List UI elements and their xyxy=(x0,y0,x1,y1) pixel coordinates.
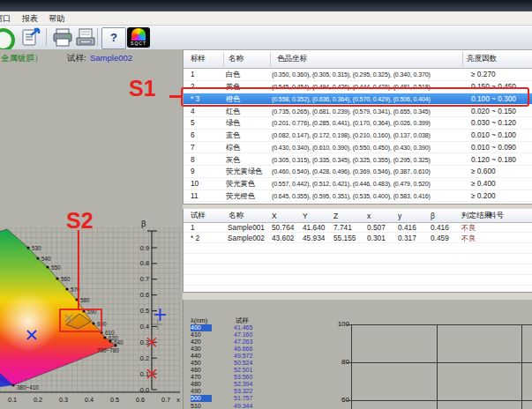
spectral-row[interactable]: 41047.160 xyxy=(184,331,281,338)
col-X[interactable]: X xyxy=(272,212,277,220)
svg-text:530: 530 xyxy=(32,245,41,251)
standard-row[interactable]: 10荧光黄色(0.557, 0.442), (0.512, 0.421), (0… xyxy=(184,178,532,190)
sample-X: 43.602 xyxy=(272,234,294,242)
col-Z[interactable]: Z xyxy=(333,212,338,220)
report-export-icon[interactable] xyxy=(19,27,42,48)
col-luminance[interactable]: 亮度因数 xyxy=(467,54,497,64)
annotation-s2-label: S2 xyxy=(66,212,94,233)
cie-x-tick-labels: 0.1 0.2 0.3 0.4 0.5 0.6 0.7 x xyxy=(8,396,180,404)
standard-row[interactable]: 9荧光黄绿色(0.460, 0.540), (0.428, 0.496), (0… xyxy=(184,166,532,178)
standard-row[interactable]: 4红色(0.735, 0.265), (0.681, 0.239), (0.57… xyxy=(184,105,532,117)
standard-name: 棕色 xyxy=(226,142,241,152)
spectral-row[interactable]: 46052.501 xyxy=(184,367,281,374)
standards-table-body: 1白色(0.350, 0.360), (0.305, 0.315), (0.29… xyxy=(184,69,532,202)
samples-table: 试样 名称 X Y Z x y β 判定结果 料号 1Sample00150.7… xyxy=(183,209,532,292)
standard-coords: (0.545, 0.454), (0.494, 0.426), (0.444, … xyxy=(272,84,431,90)
standard-name: 黄色 xyxy=(226,82,241,92)
svg-text:0.5: 0.5 xyxy=(110,396,119,404)
col-name[interactable]: 名称 xyxy=(229,211,244,221)
col-Y[interactable]: Y xyxy=(303,212,308,220)
spectral-value: 53.322 xyxy=(234,388,252,395)
standard-id: 6 xyxy=(191,130,195,139)
standard-id: 4 xyxy=(191,107,195,115)
spectral-row[interactable]: 48052.394 xyxy=(184,381,281,388)
col-sample-id[interactable]: 试样 xyxy=(191,211,206,221)
col-judgement[interactable]: 判定结果 xyxy=(461,211,491,221)
spectral-row[interactable]: 42047.263 xyxy=(184,338,281,346)
cie-chromaticity-diagram: 530 540 550 560 570 580 590 600 610 620 … xyxy=(0,212,183,409)
print-icon[interactable] xyxy=(51,27,74,48)
col-name[interactable]: 名称 xyxy=(229,54,244,64)
standard-row[interactable]: 6蓝色(0.082, 0.147), (0.172, 0.198), (0.21… xyxy=(184,130,532,142)
standard-id: * 3 xyxy=(191,94,199,103)
spectral-wavelength: 480 xyxy=(191,381,212,388)
sample-id: 1 xyxy=(191,223,195,232)
standard-id: 9 xyxy=(191,167,195,175)
col-standard-id[interactable]: 标样 xyxy=(191,54,206,64)
standard-name: 橙色 xyxy=(226,93,241,103)
standard-id: 5 xyxy=(191,118,195,127)
application-window: 窗口 报表 帮助 ? SQCT xyxy=(0,0,532,409)
standard-row[interactable]: 2黄色(0.545, 0.454), (0.494, 0.426), (0.44… xyxy=(184,81,532,93)
menu-report[interactable]: 报表 xyxy=(19,13,41,25)
coating-type-label: 金属镀膜） xyxy=(1,53,43,64)
sqct-app-icon[interactable]: SQCT xyxy=(127,27,150,48)
chart-gridline xyxy=(351,362,532,363)
chart-y-axis xyxy=(351,324,352,409)
col-y[interactable]: y xyxy=(398,212,401,220)
spectral-row[interactable]: 40041.465 xyxy=(184,324,281,331)
spectral-value: 53.560 xyxy=(234,374,252,381)
standard-luminance-range: ≥ 0.600 xyxy=(471,167,496,175)
sample-row[interactable]: * 2Sample00243.60245.93455.1550.3010.317… xyxy=(184,233,532,243)
sample-y: 0.317 xyxy=(398,234,416,242)
standard-luminance-range: 0.100 ~ 0.300 xyxy=(471,94,516,103)
spectral-row[interactable]: 51049.344 xyxy=(184,403,281,409)
svg-text:0.0: 0.0 xyxy=(140,386,149,394)
spectral-row[interactable]: 47053.560 xyxy=(184,374,281,381)
spectral-value: 49.572 xyxy=(234,353,252,360)
spectral-panel: λ(nm) 试样 40041.46541047.16042047.2634304… xyxy=(183,300,532,409)
samples-table-body: 1Sample00150.76441.6407.7410.5070.4160.4… xyxy=(184,222,532,291)
col-part-no[interactable]: 料号 xyxy=(489,211,504,221)
svg-text:0.4: 0.4 xyxy=(140,323,149,331)
spectral-value: 52.394 xyxy=(234,381,252,388)
standard-row[interactable]: 1白色(0.350, 0.360), (0.305, 0.315), (0.29… xyxy=(184,69,532,81)
help-button[interactable]: ? xyxy=(101,27,126,49)
svg-text:0.6: 0.6 xyxy=(140,291,149,299)
spectral-row[interactable]: 49053.322 xyxy=(184,388,281,395)
print-preview-icon[interactable] xyxy=(74,27,97,48)
svg-text:0.1: 0.1 xyxy=(8,396,17,404)
standard-coords: (0.082, 0.147), (0.172, 0.198), (0.210, … xyxy=(272,132,431,138)
svg-text:0.4: 0.4 xyxy=(85,396,94,404)
spectral-row[interactable]: 44049.572 xyxy=(184,353,281,360)
sample-judgement: 不良 xyxy=(461,234,476,243)
standard-row[interactable]: 5绿色(0.201, 0.776), (0.285, 0.441), (0.17… xyxy=(184,117,532,130)
standard-row[interactable]: 7棕色(0.430, 0.340), (0.610, 0.390), (0.55… xyxy=(184,142,532,154)
standard-row[interactable]: 8灰色(0.305, 0.315), (0.335, 0.345), (0.32… xyxy=(184,153,532,166)
col-chromaticity[interactable]: 色品坐标 xyxy=(277,54,307,64)
svg-text:560: 560 xyxy=(61,276,71,282)
standard-luminance-range: ≥ 0.400 xyxy=(471,179,496,188)
standard-row[interactable]: 11荧光橙色(0.645, 0.355), (0.595, 0.351), (0… xyxy=(184,190,532,203)
standard-id: 8 xyxy=(191,155,195,164)
sample-row[interactable]: 1Sample00150.76441.6407.7410.5070.4160.4… xyxy=(184,222,532,233)
spectral-row[interactable]: 45050.524 xyxy=(184,360,281,367)
spectral-row[interactable]: 50051.757 xyxy=(184,395,281,402)
menu-help[interactable]: 帮助 xyxy=(46,13,67,25)
col-x[interactable]: x xyxy=(367,212,371,220)
svg-text:x: x xyxy=(176,396,180,404)
spectral-wavelength: 440 xyxy=(191,353,212,360)
menu-bar: 窗口 报表 帮助 xyxy=(0,11,532,26)
spectral-row[interactable]: 43046.666 xyxy=(184,346,281,353)
sample-judgement: 不良 xyxy=(461,223,476,233)
standards-table: 标样 名称 色品坐标 亮度因数 1白色(0.350, 0.360), (0.30… xyxy=(183,49,532,204)
spectral-wavelength: 410 xyxy=(191,331,212,338)
standard-row[interactable]: * 3橙色(0.558, 0.352), (0.636, 0.364), (0.… xyxy=(184,93,532,106)
measure-ring-icon[interactable] xyxy=(0,28,15,52)
svg-text:0.9: 0.9 xyxy=(140,244,149,252)
header-divider xyxy=(270,52,271,66)
menu-window[interactable]: 窗口 xyxy=(0,13,13,25)
col-beta[interactable]: β xyxy=(431,212,435,220)
standard-id: 11 xyxy=(191,191,199,200)
spectral-wavelength: 420 xyxy=(191,338,212,346)
